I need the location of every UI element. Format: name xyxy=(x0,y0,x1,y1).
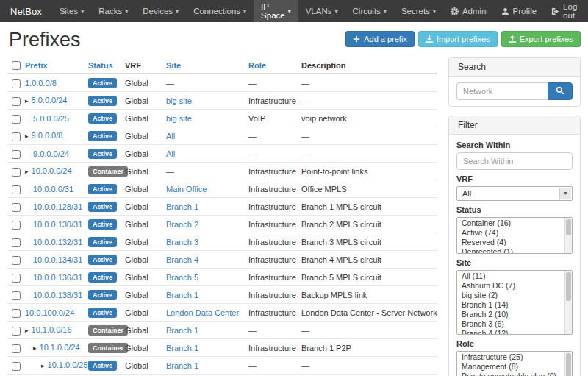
scrollbar-thumb[interactable] xyxy=(566,353,571,376)
site-link[interactable]: All xyxy=(166,149,175,158)
prefix-link[interactable]: 10.0.0.130/31 xyxy=(33,220,82,229)
site-link[interactable]: big site xyxy=(166,114,192,123)
listbox-option[interactable]: Deprecated (1) xyxy=(457,247,564,254)
row-checkbox[interactable] xyxy=(12,221,21,230)
prefix-link[interactable]: 10.1.0.0/24 xyxy=(40,343,80,352)
search-button[interactable] xyxy=(548,82,573,100)
site-link[interactable]: Branch 1 xyxy=(166,361,198,370)
listbox-option[interactable]: Branch 4 (12) xyxy=(457,329,564,335)
add-prefix-button[interactable]: Add a prefix xyxy=(345,31,415,47)
site-link[interactable]: Branch 1 xyxy=(166,291,198,299)
site-link[interactable]: Branch 5 xyxy=(166,273,198,282)
listbox-option[interactable]: Private unrouteable vlan (0) xyxy=(457,372,564,376)
role-listbox[interactable]: Infrastructure (25)Management (8)Private… xyxy=(456,351,573,376)
prefix-link[interactable]: 1.0.0.0/8 xyxy=(25,79,57,88)
search-within-input[interactable] xyxy=(456,152,573,170)
listbox-option[interactable]: Container (16) xyxy=(457,219,564,228)
prefix-link[interactable]: 5.0.0.0/24 xyxy=(32,96,68,104)
nav-item-racks[interactable]: Racks▾ xyxy=(91,0,135,22)
site-link[interactable]: big site xyxy=(166,96,192,105)
prefix-link[interactable]: 10.0.0.128/31 xyxy=(33,202,82,211)
listbox-option[interactable]: big site (2) xyxy=(457,291,564,300)
listbox-option[interactable]: Ashburn DC (7) xyxy=(457,281,564,291)
prefix-link[interactable]: 5.0.0.0/25 xyxy=(33,114,69,123)
nav-item-devices[interactable]: Devices▾ xyxy=(135,0,186,22)
prefix-link[interactable]: 10.0.0.0/24 xyxy=(32,166,72,175)
row-checkbox[interactable] xyxy=(12,150,21,159)
prefix-link[interactable]: 10.1.0.0/25 xyxy=(48,361,88,369)
expand-toggle-icon[interactable]: ▸ xyxy=(33,344,37,352)
site-link[interactable]: Main Office xyxy=(166,185,207,194)
admin-link[interactable]: Admin xyxy=(443,0,494,22)
row-checkbox[interactable] xyxy=(12,291,21,300)
search-input[interactable] xyxy=(456,82,548,100)
column-header-prefix[interactable]: Prefix xyxy=(21,57,84,74)
prefix-link[interactable]: 10.1.0.0/16 xyxy=(32,325,72,334)
nav-item-ip-space[interactable]: IP Space▾ xyxy=(254,0,298,22)
site-link[interactable]: Branch 4 xyxy=(166,255,198,264)
navbar-brand[interactable]: NetBox xyxy=(0,0,52,22)
prefix-link[interactable]: 10.0.0.136/31 xyxy=(33,273,82,282)
profile-link[interactable]: Profile xyxy=(494,0,545,22)
site-link[interactable]: All xyxy=(166,132,175,141)
select-all-checkbox[interactable] xyxy=(12,61,21,70)
nav-item-circuits[interactable]: Circuits▾ xyxy=(345,0,394,22)
row-checkbox[interactable] xyxy=(12,238,21,247)
site-link[interactable]: London Data Center xyxy=(166,308,239,317)
prefix-link[interactable]: 9.0.0.0/8 xyxy=(32,131,63,140)
empty-value: — xyxy=(301,96,309,105)
row-checkbox[interactable] xyxy=(12,344,21,353)
expand-toggle-icon[interactable]: ▸ xyxy=(25,97,29,104)
row-checkbox[interactable] xyxy=(12,97,21,106)
vrf-select[interactable]: All ▾ xyxy=(456,186,573,201)
prefix-link[interactable]: 10.0.0.134/31 xyxy=(33,255,82,264)
row-checkbox[interactable] xyxy=(12,309,21,318)
row-checkbox[interactable] xyxy=(12,185,21,194)
expand-toggle-icon[interactable]: ▸ xyxy=(41,362,45,369)
nav-item-secrets[interactable]: Secrets▾ xyxy=(394,0,443,22)
row-checkbox[interactable] xyxy=(12,203,21,212)
row-checkbox[interactable] xyxy=(12,115,21,124)
prefix-link[interactable]: 10.0.100.0/24 xyxy=(25,308,74,317)
row-checkbox[interactable] xyxy=(12,362,21,371)
prefix-link[interactable]: 9.0.0.0/24 xyxy=(33,149,69,158)
listbox-option[interactable]: Branch 2 (10) xyxy=(457,310,564,319)
site-listbox[interactable]: All (11)Ashburn DC (7)big site (2)Branch… xyxy=(456,270,573,335)
prefix-link[interactable]: 10.0.0.132/31 xyxy=(33,238,82,246)
prefix-link[interactable]: 10.0.0.0/31 xyxy=(33,185,74,194)
column-header-site[interactable]: Site xyxy=(162,57,244,74)
nav-item-sites[interactable]: Sites▾ xyxy=(52,0,92,22)
expand-toggle-icon[interactable]: ▸ xyxy=(25,327,29,334)
nav-item-vlans[interactable]: VLANs▾ xyxy=(298,0,345,22)
expand-toggle-icon[interactable]: ▸ xyxy=(25,132,29,140)
listbox-option[interactable]: Branch 3 (6) xyxy=(457,319,564,329)
logout-link[interactable]: Log out xyxy=(544,0,584,22)
row-checkbox[interactable] xyxy=(12,79,21,88)
listbox-option[interactable]: Branch 1 (14) xyxy=(457,300,564,310)
nav-item-connections[interactable]: Connections▾ xyxy=(186,0,254,22)
site-link[interactable]: Branch 2 xyxy=(166,220,198,229)
scrollbar-thumb[interactable] xyxy=(566,272,571,301)
site-link[interactable]: Branch 1 xyxy=(166,326,198,335)
column-header-role[interactable]: Role xyxy=(244,57,297,74)
column-header-status[interactable]: Status xyxy=(84,57,121,74)
listbox-option[interactable]: Reserved (4) xyxy=(457,238,564,247)
listbox-option[interactable]: Management (8) xyxy=(457,362,564,372)
expand-toggle-icon[interactable]: ▸ xyxy=(25,168,29,175)
listbox-option[interactable]: Infrastructure (25) xyxy=(457,352,564,362)
row-checkbox[interactable] xyxy=(12,256,21,265)
listbox-option[interactable]: All (11) xyxy=(457,272,564,281)
row-checkbox[interactable] xyxy=(12,274,21,283)
import-prefixes-button[interactable]: Import prefixes xyxy=(418,31,498,47)
site-link[interactable]: Branch 1 xyxy=(166,344,198,352)
row-checkbox[interactable] xyxy=(12,132,21,141)
scrollbar-thumb[interactable] xyxy=(566,219,571,235)
export-prefixes-button[interactable]: Export prefixes xyxy=(501,31,581,47)
status-listbox[interactable]: Container (16)Active (74)Reserved (4)Dep… xyxy=(456,217,573,254)
site-link[interactable]: Branch 3 xyxy=(166,238,198,246)
site-link[interactable]: Branch 1 xyxy=(166,202,198,211)
listbox-option[interactable]: Active (74) xyxy=(457,228,564,238)
prefix-link[interactable]: 10.0.0.138/31 xyxy=(33,291,82,299)
row-checkbox[interactable] xyxy=(12,327,21,336)
row-checkbox[interactable] xyxy=(12,168,21,177)
